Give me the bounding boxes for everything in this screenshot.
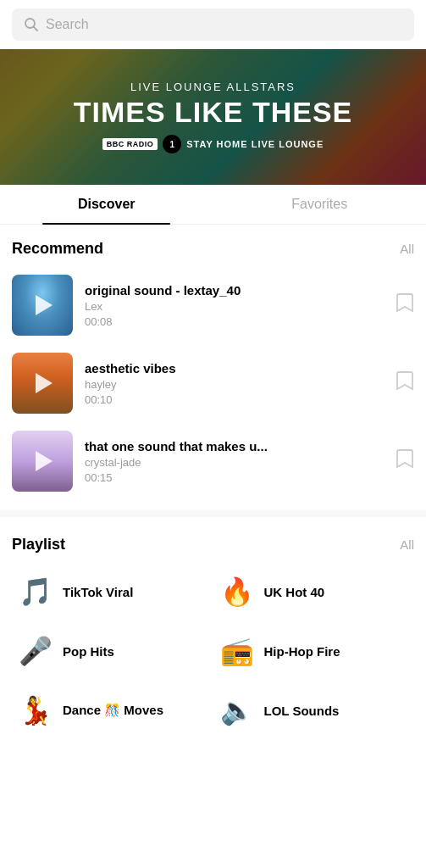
banner-sub-text: STAY HOME LIVE LOUNGE bbox=[186, 139, 324, 149]
banner-main-text: TIMES LIKE THESE bbox=[74, 97, 353, 128]
tiktok-viral-label: TikTok Viral bbox=[63, 585, 133, 599]
search-bar[interactable]: Search bbox=[12, 8, 414, 41]
banner-bottom: BBC RADIO 1 STAY HOME LIVE LOUNGE bbox=[102, 135, 324, 153]
tiktok-viral-icon: 🎵 bbox=[19, 576, 53, 608]
lol-sounds-icon: 🔈 bbox=[220, 694, 254, 726]
bbc-badge: BBC RADIO bbox=[102, 138, 158, 150]
playlist-item-uk-hot-40[interactable]: 🔥 UK Hot 40 bbox=[213, 562, 415, 621]
playlist-item-tiktok-viral[interactable]: 🎵 TikTok Viral bbox=[12, 562, 213, 621]
track-info: original sound - lextay_40 Lex 00:08 bbox=[85, 283, 384, 328]
playlist-item-pop-hits[interactable]: 🎤 Pop Hits bbox=[12, 621, 213, 681]
play-icon bbox=[36, 295, 53, 315]
search-placeholder: Search bbox=[46, 17, 89, 32]
play-overlay bbox=[12, 353, 73, 414]
playlist-title: Playlist bbox=[12, 536, 65, 554]
recommend-all-button[interactable]: All bbox=[400, 242, 414, 256]
track-name: that one sound that makes u... bbox=[85, 439, 384, 453]
svg-line-1 bbox=[34, 27, 38, 31]
bookmark-icon[interactable] bbox=[396, 292, 414, 318]
play-icon bbox=[36, 451, 53, 471]
track-list: original sound - lextay_40 Lex 00:08 aes… bbox=[0, 266, 426, 507]
tab-favorites[interactable]: Favorites bbox=[213, 185, 427, 224]
dance-moves-label: Dance 🎊 Moves bbox=[63, 703, 163, 718]
track-thumbnail bbox=[12, 275, 73, 336]
recommend-header: Recommend All bbox=[0, 225, 426, 266]
track-thumbnail bbox=[12, 353, 73, 414]
playlist-item-lol-sounds[interactable]: 🔈 LOL Sounds bbox=[213, 681, 415, 740]
banner: Live Lounge Allstars TIMES LIKE THESE BB… bbox=[0, 49, 426, 185]
track-info: that one sound that makes u... crystal-j… bbox=[85, 439, 384, 484]
track-artist: crystal-jade bbox=[85, 456, 384, 469]
track-artist: Lex bbox=[85, 300, 384, 313]
track-item[interactable]: original sound - lextay_40 Lex 00:08 bbox=[0, 266, 426, 344]
track-item[interactable]: aesthetic vibes hayley 00:10 bbox=[0, 344, 426, 422]
track-duration: 00:10 bbox=[85, 393, 384, 406]
radio1-badge: 1 bbox=[163, 135, 181, 153]
track-duration: 00:08 bbox=[85, 315, 384, 328]
track-thumbnail bbox=[12, 431, 73, 492]
uk-hot-40-label: UK Hot 40 bbox=[264, 585, 325, 599]
bookmark-icon[interactable] bbox=[396, 370, 414, 396]
banner-top-text: Live Lounge Allstars bbox=[130, 81, 296, 93]
play-overlay bbox=[12, 275, 73, 336]
banner-overlay: Live Lounge Allstars TIMES LIKE THESE BB… bbox=[0, 49, 426, 185]
play-icon bbox=[36, 373, 53, 393]
track-info: aesthetic vibes hayley 00:10 bbox=[85, 361, 384, 406]
tab-discover[interactable]: Discover bbox=[0, 185, 213, 224]
tabs: Discover Favorites bbox=[0, 185, 426, 225]
track-artist: hayley bbox=[85, 378, 384, 391]
play-overlay bbox=[12, 431, 73, 492]
playlist-item-hiphop-fire[interactable]: 📻 Hip-Hop Fire bbox=[213, 621, 415, 681]
track-item[interactable]: that one sound that makes u... crystal-j… bbox=[0, 422, 426, 500]
pop-hits-label: Pop Hits bbox=[63, 644, 114, 659]
playlist-header: Playlist All bbox=[0, 520, 426, 562]
pop-hits-icon: 🎤 bbox=[19, 635, 53, 667]
track-duration: 00:15 bbox=[85, 471, 384, 484]
section-divider bbox=[0, 510, 426, 517]
playlist-grid: 🎵 TikTok Viral 🔥 UK Hot 40 🎤 Pop Hits 📻 … bbox=[0, 562, 426, 757]
hiphop-fire-icon: 📻 bbox=[220, 635, 254, 667]
playlist-all-button[interactable]: All bbox=[400, 537, 414, 552]
track-name: original sound - lextay_40 bbox=[85, 283, 384, 298]
dance-moves-icon: 💃 bbox=[19, 694, 53, 726]
uk-hot-40-icon: 🔥 bbox=[220, 576, 254, 608]
track-name: aesthetic vibes bbox=[85, 361, 384, 376]
lol-sounds-label: LOL Sounds bbox=[264, 704, 340, 718]
hiphop-fire-label: Hip-Hop Fire bbox=[264, 644, 340, 659]
playlist-item-dance-moves[interactable]: 💃 Dance 🎊 Moves bbox=[12, 681, 213, 740]
bookmark-icon[interactable] bbox=[396, 448, 414, 474]
recommend-title: Recommend bbox=[12, 240, 103, 258]
search-icon bbox=[24, 17, 39, 32]
